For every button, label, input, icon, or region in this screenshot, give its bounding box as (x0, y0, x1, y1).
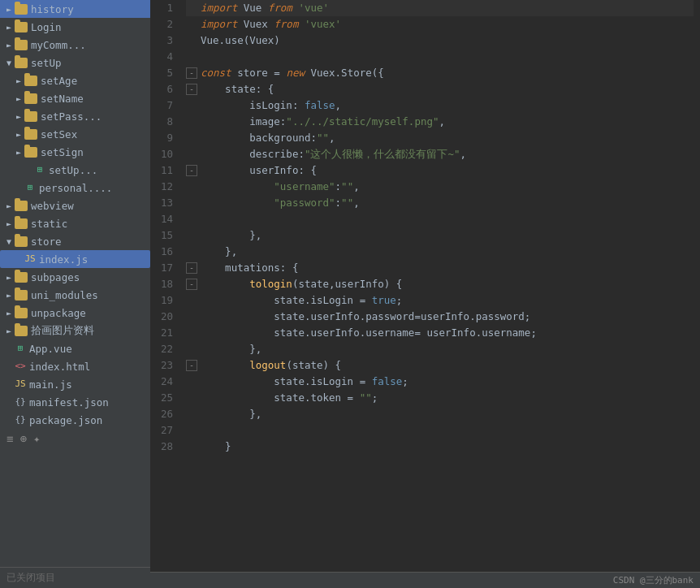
code-line (186, 49, 694, 65)
sidebar-item-paint[interactable]: 拾画图片资料 (0, 322, 150, 339)
line-number: 17 (157, 260, 173, 276)
sidebar-item-webview[interactable]: webview (0, 197, 150, 214)
sidebar-item-unpackage[interactable]: unpackage (0, 304, 150, 322)
folder-arrow (13, 94, 24, 103)
fold-button[interactable]: - (186, 262, 197, 274)
token-kw-new: new (286, 65, 305, 81)
line-number: 3 (157, 32, 173, 49)
folder-arrow (3, 309, 15, 318)
sidebar-item-label: index.js (39, 253, 88, 266)
sidebar-item-setname[interactable]: setName (0, 89, 150, 107)
sidebar-item-main-js[interactable]: JSmain.js (0, 375, 150, 393)
json-file-icon: {} (15, 414, 26, 426)
sidebar-item-login[interactable]: Login (0, 18, 150, 36)
folder-arrow (3, 291, 15, 300)
token-plain: }, (201, 341, 261, 357)
sidebar-item-manifest[interactable]: {}manifest.json (0, 393, 150, 411)
footer-icon[interactable]: ⊕ (19, 432, 26, 445)
line-numbers: 1234567891011121314151617181920212223242… (150, 0, 179, 572)
token-plain: Vue (237, 0, 268, 16)
token-kw-false: false (372, 374, 403, 390)
line-number: 10 (157, 146, 173, 162)
sidebar-item-setpass[interactable]: setPass... (0, 107, 150, 125)
sidebar-item-setup[interactable]: setUp (0, 54, 150, 71)
sidebar-item-label: uni_modules (31, 289, 98, 301)
token-plain: state.userInfo.password=userInfo.passwor… (201, 309, 530, 325)
token-str: "" (341, 195, 353, 211)
line-number: 26 (157, 406, 173, 422)
editor: 1234567891011121314151617181920212223242… (150, 0, 700, 588)
fold-button[interactable]: - (186, 165, 197, 176)
token-plain: state.token = (201, 390, 360, 406)
sidebar-item-index-html[interactable]: <>index.html (0, 357, 150, 375)
folder-icon (15, 4, 28, 15)
sidebar-item-label: setUp... (49, 164, 97, 176)
code-line: - userInfo: { (186, 162, 694, 179)
sidebar-item-index-js[interactable]: JSindex.js (0, 250, 150, 268)
fold-button[interactable]: - (186, 67, 197, 79)
line-number: 7 (157, 97, 173, 114)
sidebar-item-app-vue[interactable]: ⊞App.vue (0, 339, 150, 357)
fold-button[interactable]: - (186, 360, 197, 371)
code-line: "username":"", (186, 179, 694, 195)
token-plain: : (335, 195, 342, 211)
sidebar-item-label: personal.... (39, 182, 112, 194)
token-str: "../../static/myself.png" (286, 114, 439, 130)
line-number: 19 (157, 292, 173, 309)
line-number: 28 (157, 439, 173, 455)
folder-icon (15, 218, 28, 229)
sidebar-item-personal[interactable]: ⊞personal.... (0, 179, 150, 197)
folder-arrow (3, 41, 15, 50)
token-kw-import: import (201, 0, 237, 16)
sidebar-item-store[interactable]: store (0, 232, 150, 250)
fold-button[interactable]: - (186, 84, 197, 95)
code-area[interactable]: 1234567891011121314151617181920212223242… (150, 0, 700, 572)
line-number: 9 (157, 130, 173, 146)
token-str: "这个人很懒，什么都没有留下~" (305, 146, 460, 162)
sidebar-item-setsign[interactable]: setSign (0, 143, 150, 161)
folder-icon (15, 290, 28, 300)
token-kw-from: from (274, 16, 298, 32)
sidebar-item-mycomm[interactable]: myComm... (0, 36, 150, 54)
token-plain: , (335, 97, 342, 114)
token-plain: userInfo: { (201, 162, 317, 179)
line-number: 24 (157, 374, 173, 390)
folder-icon (24, 147, 37, 158)
code-line: }, (186, 341, 694, 357)
sidebar-item-package[interactable]: {}package.json (0, 411, 150, 429)
vue-file-icon: ⊞ (34, 164, 45, 175)
sidebar-footer-icons: ≡⊕✦ (0, 429, 150, 447)
sidebar-item-uni-modules[interactable]: uni_modules (0, 286, 150, 304)
token-plain: (state) { (286, 357, 341, 374)
footer-icon[interactable]: ≡ (6, 432, 13, 445)
line-number: 1 (157, 0, 173, 16)
sidebar-item-setup-file[interactable]: ⊞setUp... (0, 161, 150, 179)
js-file-icon: JS (15, 378, 26, 390)
sidebar-item-label: main.js (29, 378, 72, 391)
code-line (186, 422, 694, 439)
token-fn-name: tologin (249, 276, 292, 292)
sidebar-item-subpages[interactable]: subpages (0, 268, 150, 286)
token-plain: Vuex.Store({ (305, 65, 384, 81)
token-plain: ; (396, 292, 403, 309)
folder-arrow (3, 237, 15, 246)
sidebar-item-label: App.vue (29, 343, 72, 355)
code-line: - tologin(state,userInfo) { (186, 276, 694, 292)
fold-button[interactable]: - (186, 279, 197, 290)
sidebar-item-label: setUp (31, 57, 62, 69)
line-number: 11 (157, 162, 173, 179)
sidebar-item-static[interactable]: static (0, 214, 150, 232)
sidebar-item-setsex[interactable]: setSex (0, 125, 150, 143)
code-line: } (186, 439, 694, 455)
sidebar-item-label: setSex (41, 128, 77, 141)
footer-icon[interactable]: ✦ (33, 432, 40, 445)
code-line: state.userInfo.password=userInfo.passwor… (186, 309, 694, 325)
line-number: 12 (157, 179, 173, 195)
sidebar-item-history[interactable]: history (0, 0, 150, 18)
token-plain: state.isLogin = (201, 292, 372, 309)
sidebar-item-label: setName (41, 93, 84, 105)
token-str: "username" (274, 179, 335, 195)
sidebar-item-setage[interactable]: setAge (0, 71, 150, 89)
js-file-icon: JS (24, 253, 36, 265)
code-line (186, 211, 694, 227)
